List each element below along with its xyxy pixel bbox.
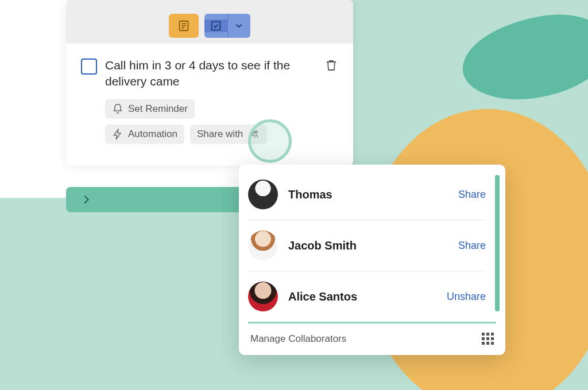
chip-label: Share with bbox=[197, 128, 243, 140]
people-icon bbox=[247, 128, 260, 140]
person-name: Thomas bbox=[288, 188, 448, 201]
popup-scrollbar[interactable] bbox=[495, 165, 505, 322]
checkbox-icon bbox=[210, 20, 222, 32]
apps-grid-button[interactable] bbox=[482, 333, 494, 345]
share-row: Jacob Smith Share bbox=[248, 220, 486, 271]
share-row: Thomas Share bbox=[248, 169, 486, 220]
share-action-link[interactable]: Unshare bbox=[447, 291, 486, 303]
checklist-dropdown-toggle[interactable] bbox=[228, 21, 251, 31]
svg-rect-4 bbox=[211, 22, 220, 30]
task-text[interactable]: Call him in 3 or 4 days to see if the de… bbox=[105, 57, 316, 90]
note-format-button[interactable] bbox=[169, 14, 199, 38]
share-action-link[interactable]: Share bbox=[458, 240, 486, 252]
automation-button[interactable]: Automation bbox=[105, 124, 184, 144]
share-row: Alice Santos Unshare bbox=[248, 271, 486, 322]
avatar bbox=[248, 282, 278, 311]
share-with-button[interactable]: Share with bbox=[190, 124, 267, 144]
person-name: Jacob Smith bbox=[288, 239, 448, 252]
bell-icon bbox=[112, 103, 123, 115]
card-toolbar bbox=[66, 0, 353, 44]
avatar bbox=[248, 231, 278, 260]
document-icon bbox=[177, 20, 190, 32]
avatar bbox=[248, 180, 278, 209]
set-reminder-button[interactable]: Set Reminder bbox=[105, 99, 195, 119]
chevron-right-icon bbox=[80, 193, 92, 206]
svg-point-5 bbox=[251, 131, 254, 134]
manage-collaborators-link[interactable]: Manage Collaborators bbox=[250, 333, 346, 345]
svg-point-6 bbox=[255, 131, 257, 133]
task-checkbox[interactable] bbox=[81, 58, 97, 75]
person-name: Alice Santos bbox=[288, 290, 436, 303]
chip-label: Automation bbox=[128, 128, 177, 140]
task-card: Call him in 3 or 4 days to see if the de… bbox=[66, 0, 353, 166]
share-popup: Thomas Share Jacob Smith Share Alice San… bbox=[239, 165, 505, 355]
delete-task-button[interactable] bbox=[324, 58, 338, 150]
chip-label: Set Reminder bbox=[128, 103, 188, 115]
lightning-icon bbox=[112, 128, 123, 140]
chevron-down-icon bbox=[234, 21, 244, 31]
share-action-link[interactable]: Share bbox=[458, 189, 486, 201]
checklist-split-button[interactable] bbox=[204, 14, 250, 38]
trash-icon bbox=[324, 58, 338, 72]
